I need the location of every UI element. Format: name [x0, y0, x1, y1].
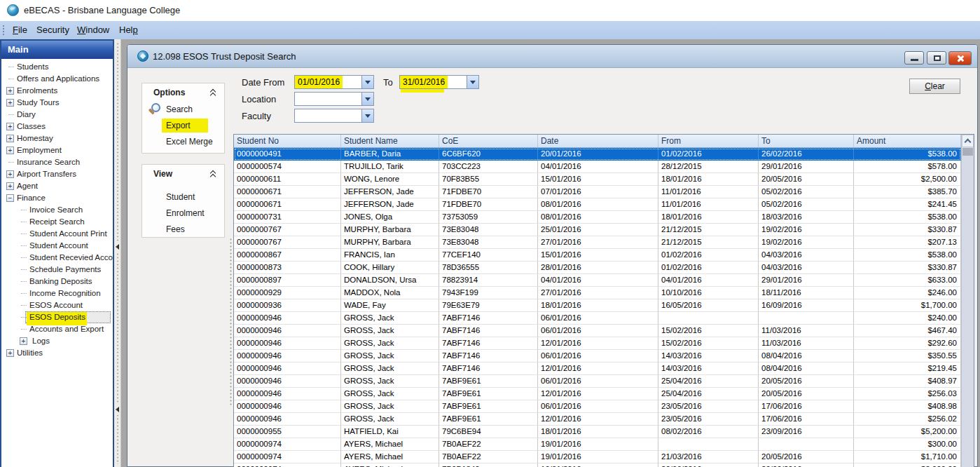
scroll-thumb[interactable]: [962, 148, 973, 156]
collapse-panel-icon[interactable]: [209, 170, 217, 179]
sidebar-item-utilities[interactable]: +Utilities: [1, 347, 113, 359]
table-row[interactable]: 0000000671JEFFERSON, Jade71FDBE7007/01/2…: [234, 186, 961, 198]
sidebar-item-study-tours[interactable]: +Study Tours: [1, 97, 113, 109]
scroll-up-button[interactable]: [962, 135, 974, 147]
sidebar-item-esos-account[interactable]: ESOS Account: [1, 299, 113, 311]
option-student[interactable]: Student: [142, 189, 224, 205]
expand-icon[interactable]: +: [20, 337, 27, 345]
sidebar-item-student-account-print[interactable]: Student Account Print: [1, 228, 113, 240]
sidebar-item-schedule-payments[interactable]: Schedule Payments: [1, 264, 113, 276]
vertical-scrollbar[interactable]: [961, 135, 974, 467]
column-header-from[interactable]: From: [658, 135, 759, 147]
table-row[interactable]: 0000000897DONALDSON, Ursa7882391404/01/2…: [234, 274, 961, 287]
table-row[interactable]: 0000000946GROSS, Jack7ABF714612/01/20161…: [234, 363, 961, 375]
collapse-left-icon[interactable]: [116, 244, 119, 250]
option-enrolment[interactable]: Enrolment: [142, 205, 224, 222]
sidebar-item-invoice-search[interactable]: Invoice Search: [1, 204, 113, 216]
table-row[interactable]: 0000000731JONES, Olga7375305908/01/20161…: [234, 211, 961, 224]
collapse-panel-icon[interactable]: [209, 89, 217, 97]
column-header-student-no[interactable]: Student No: [234, 135, 341, 147]
table-row[interactable]: 0000000671JEFFERSON, Jade71FDBE7008/01/2…: [234, 198, 961, 211]
sidebar-item-student-account[interactable]: Student Account: [1, 240, 113, 252]
table-row[interactable]: 0000000946GROSS, Jack7ABF9E6106/01/20162…: [234, 400, 961, 413]
table-row[interactable]: 0000000955HATFIELD, Kai79C6BE9418/01/201…: [234, 426, 961, 438]
menu-file[interactable]: File: [13, 21, 27, 39]
option-search[interactable]: Search: [142, 102, 224, 118]
table-row[interactable]: 0000000929MADDOX, Nola7943F19927/01/2016…: [234, 287, 961, 299]
table-row[interactable]: 0000000946GROSS, Jack7ABF714606/01/2016$…: [234, 312, 961, 325]
sidebar-splitter[interactable]: [114, 39, 121, 467]
column-header-coe[interactable]: CoE: [439, 135, 538, 147]
option-export[interactable]: Export: [142, 118, 224, 134]
sidebar-item-homestay[interactable]: +Homestay: [1, 133, 113, 144]
menu-window[interactable]: Window: [77, 21, 109, 39]
sidebar-item-offers-and-applications[interactable]: Offers and Applications: [1, 73, 113, 85]
options-panel-header[interactable]: Options: [142, 83, 224, 102]
sidebar-item-insurance-search[interactable]: Insurance Search: [1, 156, 113, 168]
sidebar-item-finance[interactable]: −Finance: [1, 192, 113, 204]
sidebar-item-student-recevied-accou[interactable]: Student Recevied Accou: [1, 252, 113, 264]
date-from-dropdown-button[interactable]: [361, 76, 373, 88]
table-row[interactable]: 0000000867FRANCIS, Ian77CEF14015/01/2016…: [234, 249, 961, 262]
menu-help[interactable]: Help: [119, 21, 138, 39]
table-row[interactable]: 0000000936WADE, Fay79E63E7918/01/201616/…: [234, 299, 961, 312]
sidebar-item-logs[interactable]: +Logs: [1, 335, 113, 347]
menu-security[interactable]: Security: [36, 21, 69, 39]
table-row[interactable]: 0000000946GROSS, Jack7ABF9E6112/01/20162…: [234, 388, 961, 400]
date-to-combobox[interactable]: 31/01/2016: [399, 75, 479, 89]
table-row[interactable]: 0000000767MURPHY, Barbara73E8304827/01/2…: [234, 236, 961, 249]
expand-icon[interactable]: +: [6, 349, 14, 357]
location-value[interactable]: [295, 93, 361, 105]
table-row[interactable]: 0000000946GROSS, Jack7ABF714606/01/20161…: [234, 325, 961, 337]
column-header-to[interactable]: To: [759, 135, 854, 147]
table-row[interactable]: 0000000946GROSS, Jack7ABF9E6106/01/20162…: [234, 375, 961, 388]
clear-button[interactable]: Clear: [909, 79, 960, 94]
sidebar-item-receipt-search[interactable]: Receipt Search: [1, 216, 113, 228]
close-button[interactable]: [948, 51, 972, 65]
table-row[interactable]: 0000000767MURPHY, Barbara73E8304825/01/2…: [234, 224, 961, 236]
faculty-dropdown-button[interactable]: [361, 109, 373, 122]
sidebar-item-students[interactable]: Students: [1, 61, 113, 73]
window-titlebar[interactable]: 12.098 ESOS Trust Deposit Search: [127, 45, 977, 68]
date-to-dropdown-button[interactable]: [467, 76, 478, 88]
expand-icon[interactable]: +: [6, 170, 14, 178]
sidebar-item-classes[interactable]: +Classes: [1, 121, 113, 133]
sidebar-item-diary[interactable]: Diary: [1, 109, 113, 121]
location-dropdown-button[interactable]: [361, 93, 373, 105]
collapse-left-icon[interactable]: [116, 407, 119, 412]
sidebar-item-income-recognition[interactable]: Income Recognition: [1, 287, 113, 299]
column-header-student-name[interactable]: Student Name: [341, 135, 439, 147]
sidebar-item-banking-deposits[interactable]: Banking Deposits: [1, 276, 113, 287]
date-from-combobox[interactable]: 01/01/2016: [294, 75, 374, 89]
collapse-icon[interactable]: −: [6, 194, 14, 202]
expand-icon[interactable]: +: [6, 147, 14, 154]
sidebar-item-enrolments[interactable]: +Enrolments: [1, 85, 113, 97]
table-row[interactable]: 0000000611WONG, Lenore70F83B5515/01/2016…: [234, 173, 961, 186]
location-combobox[interactable]: [294, 92, 374, 106]
date-to-value[interactable]: 31/01/2016: [400, 76, 467, 88]
maximize-button[interactable]: [927, 51, 946, 65]
column-header-amount[interactable]: Amount: [854, 135, 961, 147]
date-from-value[interactable]: 01/01/2016: [295, 76, 361, 88]
expand-icon[interactable]: +: [6, 87, 14, 95]
table-row[interactable]: 0000000974AYERS, Michael7B0B134019/01/20…: [234, 463, 961, 467]
faculty-combobox[interactable]: [294, 109, 374, 123]
sidebar-item-accounts-and-export[interactable]: Accounts and Export: [1, 323, 113, 335]
view-panel-header[interactable]: View: [142, 165, 224, 183]
table-row[interactable]: 0000000946GROSS, Jack7ABF714612/01/20161…: [234, 337, 961, 350]
table-row[interactable]: 0000000946GROSS, Jack7ABF714606/01/20161…: [234, 350, 961, 363]
sidebar-item-esos-deposits[interactable]: ESOS Deposits: [1, 311, 113, 323]
table-row[interactable]: 0000000974AYERS, Michael7B0AEF2219/01/20…: [234, 451, 961, 463]
table-row[interactable]: 0000000873COOK, Hillary78D3655528/01/201…: [234, 262, 961, 274]
table-row[interactable]: 0000000946GROSS, Jack7ABF9E6112/01/20162…: [234, 413, 961, 426]
expand-icon[interactable]: +: [6, 99, 14, 107]
expand-icon[interactable]: +: [6, 135, 14, 142]
expand-icon[interactable]: +: [6, 123, 14, 130]
sidebar-item-agent[interactable]: +Agent: [1, 180, 113, 192]
faculty-value[interactable]: [295, 109, 361, 122]
grid-splitter-grip[interactable]: [229, 238, 233, 406]
table-row[interactable]: 0000000574TRUJILLO, Tarik703CC22304/01/2…: [234, 161, 961, 173]
option-fees[interactable]: Fees: [142, 222, 224, 238]
minimize-button[interactable]: [904, 51, 924, 65]
sidebar-item-airport-transfers[interactable]: +Airport Transfers: [1, 168, 113, 180]
